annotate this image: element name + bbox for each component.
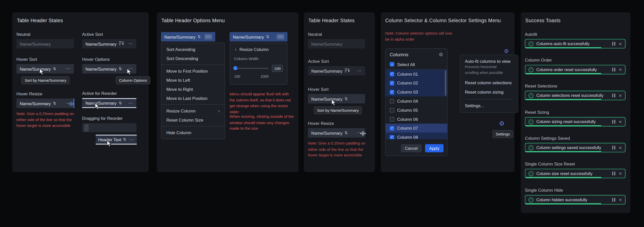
chevron-left-icon: ‹: [235, 46, 237, 52]
toast-message: Columns auto-fit successfully: [536, 41, 590, 46]
column-row[interactable]: Column 05: [386, 105, 447, 115]
table-header-cell-hover-sort[interactable]: Name/Summary ⇅ ⋯: [16, 64, 74, 73]
close-icon[interactable]: ×: [619, 67, 622, 72]
column-row[interactable]: ✓Column 03: [386, 88, 447, 97]
table-header-cell-dragging[interactable]: Header Text ⇅ ⋯: [96, 135, 137, 145]
settings-gear-icon[interactable]: ⚙: [504, 48, 509, 54]
section-menu-anchor-header: Name/Summary ⇅ ⋯: [161, 32, 215, 41]
slider-thumb[interactable]: [233, 66, 237, 70]
table-header-cell-active-sort[interactable]: Name/Summary ⋯: [308, 66, 365, 75]
table-header-cell-active-sort[interactable]: Name/Summary ⋯: [82, 39, 136, 48]
menu-divider: [161, 126, 225, 127]
checkbox-checked[interactable]: ✓: [390, 72, 394, 76]
slider-max-label: 1000: [260, 74, 269, 78]
table-header-cell-hover-sort[interactable]: Name/Summary ⇅: [308, 94, 365, 103]
sort-toggle-icon: ⇅: [119, 101, 122, 105]
scrollbar-thumb[interactable]: [445, 70, 446, 96]
checkbox-unchecked[interactable]: [390, 117, 394, 121]
checkbox-checked[interactable]: ✓: [390, 126, 394, 130]
column-header-label: Name/Summary: [20, 101, 51, 106]
table-header-cell-hover-resize[interactable]: Name/Summary ⇅ ⋯: [16, 99, 74, 108]
close-icon[interactable]: ×: [619, 145, 622, 150]
checkbox-checked[interactable]: ✓: [390, 81, 394, 85]
close-icon[interactable]: ×: [619, 171, 622, 176]
table-header-cell-hover-resize[interactable]: Name/Summary ⇅ ⋯: [308, 128, 365, 137]
sort-descending-icon: [345, 68, 350, 73]
toast-message: Column settings saved successfully: [536, 145, 601, 150]
table-header-cell-selected[interactable]: Name/Summary ⇅ ⋯: [161, 32, 215, 41]
check-icon: ✓: [391, 72, 394, 76]
column-width-slider[interactable]: [234, 68, 269, 69]
table-header-cell-neutral[interactable]: Name/Summary: [16, 39, 74, 48]
pause-icon[interactable]: [612, 198, 615, 202]
select-all-checkbox[interactable]: –: [390, 62, 394, 67]
column-options-icon[interactable]: ⋯: [129, 137, 134, 142]
sort-toggle-icon: ⇅: [198, 35, 201, 39]
menu-item-autofit[interactable]: Auto-fit columns to view Prevents horizo…: [465, 59, 513, 76]
column-header-label: Name/Summary: [311, 96, 343, 101]
column-row[interactable]: ✓Column 02: [386, 78, 447, 88]
column-width-input[interactable]: 100: [272, 65, 283, 72]
column-options-icon[interactable]: ⋯: [277, 34, 284, 39]
column-options-icon[interactable]: ⋯: [128, 101, 133, 105]
checkbox-checked[interactable]: ✓: [390, 90, 394, 94]
pause-icon[interactable]: [612, 42, 615, 46]
column-row[interactable]: ✓Column 01: [386, 69, 447, 78]
table-header-cell-selected[interactable]: Name/Summary ⇅ ⋯: [230, 32, 288, 41]
menu-item-move-right[interactable]: Move to Right: [161, 84, 225, 94]
menu-item-sort-descending[interactable]: Sort Descending: [161, 54, 225, 63]
pause-icon[interactable]: [612, 94, 615, 97]
menu-item-settings[interactable]: Settings...: [465, 103, 513, 108]
menu-divider: [465, 99, 513, 99]
menu-item-reset-selections[interactable]: Reset column selections: [465, 80, 513, 85]
column-options-icon[interactable]: ⋯: [66, 67, 71, 71]
column-header-label: Name/Summary: [311, 130, 343, 135]
close-icon[interactable]: ×: [619, 197, 622, 202]
sort-toggle-icon: ⇅: [53, 67, 56, 71]
menu-item-reset-sizing[interactable]: Reset column sizing: [465, 90, 513, 95]
column-header-label: Name/Summary: [20, 41, 51, 46]
gear-icon[interactable]: ⚙: [439, 52, 443, 57]
menu-item-move-left[interactable]: Move to Left: [161, 76, 225, 85]
pause-icon[interactable]: [612, 68, 615, 72]
column-header-label: Name/Summary: [86, 66, 117, 71]
close-icon[interactable]: ×: [619, 41, 622, 46]
checkbox-checked[interactable]: ✓: [390, 135, 394, 139]
design-note: Menu should appear flush left with the c…: [230, 91, 294, 115]
pause-icon[interactable]: [612, 172, 615, 176]
pause-icon[interactable]: [612, 146, 615, 150]
cancel-button[interactable]: Cancel: [401, 144, 422, 152]
pause-icon[interactable]: [612, 120, 615, 124]
checkbox-unchecked[interactable]: [390, 108, 394, 112]
menu-item-move-first[interactable]: Move to First Position: [161, 67, 225, 76]
column-row[interactable]: ✓Column 07: [386, 124, 447, 133]
menu-item-hide-column[interactable]: Hide Column: [161, 128, 225, 137]
column-options-icon[interactable]: ⋯: [128, 67, 133, 71]
menu-item-resize-column[interactable]: Resize Column›: [161, 106, 225, 116]
submenu-back-item[interactable]: ‹Resize Column: [230, 45, 287, 54]
menu-item-move-last[interactable]: Move to Last Position: [161, 94, 225, 103]
table-header-cell-active-reorder[interactable]: Name/Summary ⇅ ⋯: [82, 98, 136, 108]
column-row[interactable]: Column 04: [386, 97, 447, 106]
column-options-icon[interactable]: ⋯: [205, 34, 212, 39]
close-icon[interactable]: ×: [619, 93, 622, 98]
toast-section-reset-sizing: Reset Sizing ✓ Column sizing reset succe…: [525, 110, 626, 127]
column-row[interactable]: ✓Column 08: [386, 133, 447, 139]
column-row[interactable]: Column 06: [386, 115, 447, 124]
menu-item-reset-column-size[interactable]: Reset Column Size: [161, 115, 225, 124]
select-all-row[interactable]: – Select All: [386, 60, 447, 69]
table-header-cell-neutral[interactable]: Name/Summary: [308, 39, 365, 48]
column-options-icon[interactable]: ⋯: [357, 69, 362, 73]
column-list[interactable]: ✓Column 01 ✓Column 02 ✓Column 03 Column …: [386, 69, 447, 139]
menu-item-sort-ascending[interactable]: Sort Ascending: [161, 45, 225, 54]
column-options-icon[interactable]: ⋯: [128, 41, 133, 46]
checkbox-unchecked[interactable]: [390, 99, 394, 103]
state-label: Hover Sort: [16, 57, 74, 62]
settings-gear-icon[interactable]: ⚙: [499, 120, 505, 126]
toast-progress-bar: [525, 125, 601, 126]
column-header-label: Name/Summary: [86, 41, 117, 46]
close-icon[interactable]: ×: [619, 119, 622, 124]
apply-button[interactable]: Apply: [425, 144, 443, 152]
table-header-cell-hover-options[interactable]: Name/Summary ⇅ ⋯: [82, 64, 136, 73]
column-header-label: Name/Summary: [20, 66, 51, 71]
